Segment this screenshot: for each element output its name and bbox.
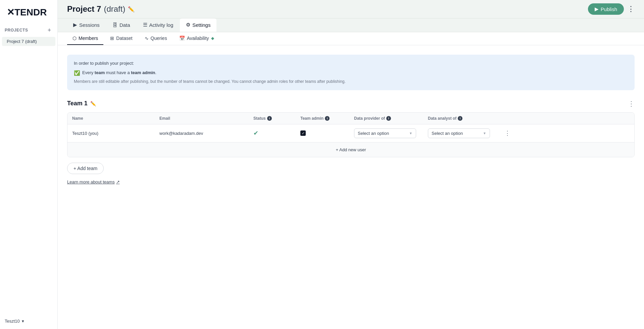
banner-check-text: Every team must have a team admin. — [82, 69, 156, 76]
edit-project-icon[interactable]: ✏️ — [128, 6, 135, 12]
col-status: Status i — [249, 113, 296, 124]
subtab-queries[interactable]: ∿ Queries — [139, 32, 172, 45]
topbar-actions: ▶ Publish ⋮ — [588, 3, 635, 15]
database-icon: 🗄 — [112, 22, 117, 28]
chevron-down-icon: ▼ — [409, 131, 412, 135]
banner-title: In order to publish your project: — [74, 60, 628, 67]
status-info-icon[interactable]: i — [267, 116, 272, 121]
main-tabs: ▶ Sessions 🗄 Data ☰ Activity log ⚙ Setti… — [58, 18, 644, 32]
data-analyst-info-icon[interactable]: i — [458, 116, 462, 121]
data-provider-info-icon[interactable]: i — [386, 116, 391, 121]
publish-button[interactable]: ▶ Publish — [588, 3, 624, 15]
add-user-label: + Add new user — [336, 147, 366, 152]
subtab-members[interactable]: ⬡ Members — [67, 32, 103, 45]
project-title: Project 7 — [67, 4, 101, 14]
add-user-row[interactable]: + Add new user — [67, 143, 634, 157]
availability-icon: 📅 — [179, 36, 185, 41]
member-status: ✔ — [249, 125, 296, 141]
team-admin-checkbox[interactable]: ✓ — [300, 130, 306, 136]
data-analyst-select[interactable]: Select an option ▼ — [428, 128, 490, 138]
col-name: Name — [67, 113, 155, 124]
team-header: Team 1 ✏️ ⋮ — [67, 100, 635, 108]
tab-settings[interactable]: ⚙ Settings — [180, 18, 216, 32]
member-team-admin: ✓ — [296, 126, 349, 140]
list-icon: ☰ — [143, 22, 147, 28]
members-content: In order to publish your project: ✅ Ever… — [58, 45, 644, 329]
svg-text:✕TENDR: ✕TENDR — [7, 7, 47, 17]
tab-activity-log[interactable]: ☰ Activity log — [137, 18, 180, 32]
learn-more-link[interactable]: Learn more about teams ↗ — [67, 179, 635, 184]
sidebar: ✕TENDR PROJECTS + Project 7 (draft) Tesz… — [0, 0, 58, 329]
col-team-admin: Team admin i — [296, 113, 349, 124]
add-project-button[interactable]: + — [46, 27, 53, 34]
col-data-analyst: Data analyst of i — [423, 113, 497, 124]
members-table: Name Email Status i Team admin i Data pr… — [67, 112, 635, 157]
check-circle-icon: ✅ — [74, 69, 80, 77]
publish-info-banner: In order to publish your project: ✅ Ever… — [67, 55, 635, 90]
publish-icon: ▶ — [595, 6, 599, 12]
user-label: Teszt10 — [5, 319, 20, 324]
projects-label: PROJECTS — [5, 28, 28, 33]
team-admin-info-icon[interactable]: i — [325, 116, 330, 121]
team-more-button[interactable]: ⋮ — [628, 100, 635, 108]
banner-check-row: ✅ Every team must have a team admin. — [74, 69, 628, 77]
col-email: Email — [155, 113, 249, 124]
col-data-provider: Data provider of i — [349, 113, 423, 124]
tab-data[interactable]: 🗄 Data — [106, 18, 136, 32]
settings-subtabs: ⬡ Members ⊞ Dataset ∿ Queries 📅 Availabi… — [58, 32, 644, 45]
project-title-area: Project 7 (draft) ✏️ — [67, 4, 135, 14]
member-data-provider: Select an option ▼ — [349, 124, 423, 142]
row-more-button[interactable]: ⋮ — [502, 130, 513, 136]
play-icon: ▶ — [73, 22, 77, 28]
banner-note: Members are still editable after publish… — [74, 78, 628, 85]
edit-team-icon[interactable]: ✏️ — [90, 101, 96, 106]
user-menu[interactable]: Teszt10 ▾ — [0, 313, 57, 329]
main-content: Project 7 (draft) ✏️ ▶ Publish ⋮ ▶ Sessi… — [58, 0, 644, 329]
member-data-analyst: Select an option ▼ — [423, 124, 497, 142]
external-link-icon: ↗ — [116, 179, 120, 184]
draft-label: (draft) — [104, 4, 125, 14]
member-name: Teszt10 (you) — [67, 127, 155, 140]
tab-sessions[interactable]: ▶ Sessions — [67, 18, 106, 32]
more-options-button[interactable]: ⋮ — [627, 5, 635, 13]
topbar: Project 7 (draft) ✏️ ▶ Publish ⋮ — [58, 0, 644, 18]
dataset-icon: ⊞ — [110, 36, 114, 41]
projects-header: PROJECTS + — [0, 24, 57, 36]
member-row-actions: ⋮ — [497, 125, 510, 141]
sidebar-item-project7[interactable]: Project 7 (draft) — [2, 37, 55, 46]
diamond-icon: ◆ — [211, 36, 214, 41]
status-check-icon: ✔ — [253, 130, 258, 136]
subtab-availability[interactable]: 📅 Availability ◆ — [174, 32, 219, 45]
table-header: Name Email Status i Team admin i Data pr… — [67, 113, 634, 124]
queries-icon: ∿ — [145, 36, 149, 41]
team-name: Team 1 ✏️ — [67, 100, 96, 107]
member-email: work@kadaradam.dev — [155, 127, 249, 140]
data-provider-select[interactable]: Select an option ▼ — [354, 128, 416, 138]
col-actions — [497, 113, 510, 124]
logo: ✕TENDR — [0, 0, 57, 24]
table-row: Teszt10 (you) work@kadaradam.dev ✔ ✓ Sel… — [67, 124, 634, 143]
subtab-dataset[interactable]: ⊞ Dataset — [105, 32, 138, 45]
gear-icon: ⚙ — [186, 22, 190, 28]
chevron-down-icon: ▼ — [483, 131, 486, 135]
chevron-down-icon: ▾ — [22, 319, 24, 324]
add-team-button[interactable]: + Add team — [67, 163, 104, 174]
members-icon: ⬡ — [72, 36, 77, 41]
